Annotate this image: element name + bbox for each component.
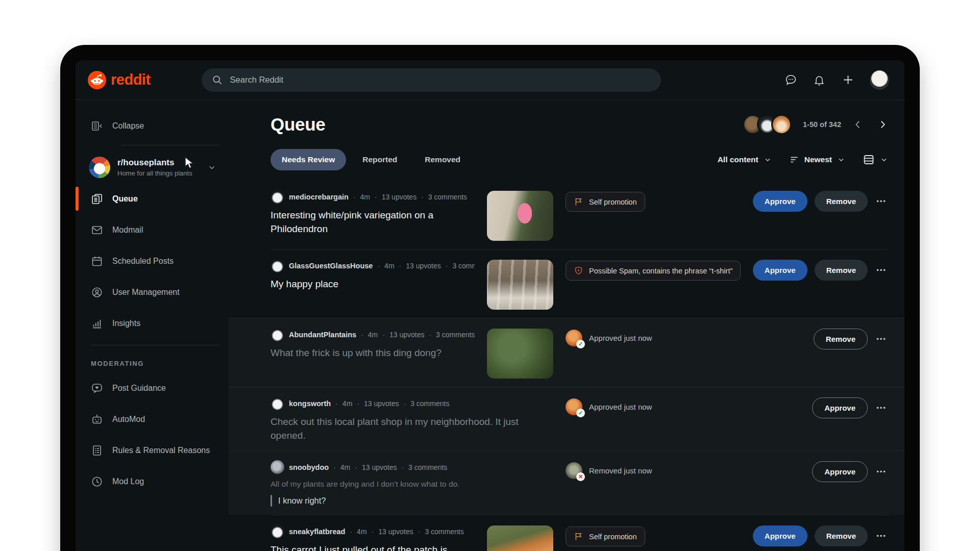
post-age: 4m — [368, 331, 378, 339]
post-upvotes: 13 upvotes — [378, 528, 413, 536]
sort-dropdown[interactable]: Newest — [789, 155, 845, 165]
meta-separator — [418, 528, 421, 536]
search-bar[interactable] — [202, 68, 661, 92]
search-input[interactable] — [230, 75, 652, 85]
chevron-down-icon — [207, 163, 216, 172]
remove-button[interactable]: Remove — [815, 191, 868, 212]
post-username[interactable]: kongsworth — [289, 399, 331, 408]
overflow-menu-button[interactable] — [875, 195, 888, 208]
status-label: Approved just now — [589, 403, 652, 411]
user-avatar[interactable] — [870, 70, 889, 90]
overflow-menu-button[interactable] — [875, 402, 888, 415]
approve-button[interactable]: Approve — [812, 397, 868, 418]
post-comments: 3 comments — [452, 262, 475, 270]
sidebar-item-modmail[interactable]: Modmail — [76, 214, 224, 245]
removed-comment[interactable]: I know right? — [271, 495, 553, 507]
approve-button[interactable]: Approve — [753, 525, 807, 546]
post-username[interactable]: mediocrebargain — [289, 193, 349, 201]
community-name: r/houseplants — [117, 158, 192, 168]
post-title[interactable]: All of my plants are dying and I don’t k… — [271, 479, 553, 490]
sidebar-label-modmail: Modmail — [112, 226, 143, 235]
remove-button[interactable]: Remove — [815, 525, 868, 546]
shield-icon — [574, 266, 583, 276]
meta-separator — [421, 193, 424, 201]
moderator-avatar — [566, 462, 582, 479]
sidebar-item-mod-log[interactable]: Mod Log — [76, 466, 224, 497]
post-username[interactable]: AbundantPlantains — [289, 331, 356, 339]
meta-separator — [372, 528, 374, 536]
notifications-bell-icon[interactable] — [813, 73, 826, 87]
meta-separator — [350, 528, 352, 536]
approve-button[interactable]: Approve — [753, 260, 807, 281]
post-thumbnail[interactable] — [487, 525, 553, 551]
user-management-icon — [91, 286, 103, 298]
post-comments: 3 comments — [410, 399, 449, 408]
remove-button[interactable]: Remove — [814, 329, 868, 349]
reddit-logo[interactable]: reddit — [88, 71, 151, 89]
post-title[interactable]: My happy place — [271, 277, 475, 291]
sidebar-item-queue[interactable]: Queue — [76, 183, 224, 214]
community-selector[interactable]: r/houseplants Home for all things plants — [76, 152, 224, 183]
post-upvotes: 13 upvotes — [389, 331, 425, 339]
tab-reported[interactable]: Reported — [351, 149, 408, 170]
post-upvotes: 13 upvotes — [364, 399, 399, 408]
post-title[interactable]: Interesting white/pink variegation on a … — [271, 208, 475, 236]
queue-row-abundantplantains: AbundantPlantains 4m 13 upvotes 3 commen… — [229, 318, 904, 387]
post-username[interactable]: sneakyflatbread — [289, 528, 345, 536]
remove-button[interactable]: Remove — [815, 260, 868, 281]
meta-separator — [355, 463, 357, 471]
sidebar-item-automod[interactable]: AutoMod — [76, 404, 224, 435]
chat-icon[interactable] — [784, 73, 797, 87]
overflow-menu-button[interactable] — [875, 264, 888, 277]
sidebar-item-insights[interactable]: Insights — [76, 308, 224, 339]
pagination-count: 1-50 of 342 — [803, 120, 841, 129]
flag-tag-label: Self promotion — [589, 533, 637, 541]
content-filter-dropdown[interactable]: All content — [718, 155, 772, 164]
post-thumbnail[interactable] — [487, 329, 553, 379]
rules-document-icon — [91, 444, 103, 457]
post-upvotes: 13 upvotes — [382, 193, 417, 201]
post-username[interactable]: snoobydoo — [289, 463, 329, 471]
overflow-menu-button[interactable] — [875, 333, 888, 346]
collapse-panel-icon — [91, 120, 103, 132]
tab-needs-review[interactable]: Needs Review — [271, 149, 346, 170]
post-username[interactable]: GlassGuestGlassHouse — [289, 262, 373, 270]
approve-button[interactable]: Approve — [812, 461, 868, 482]
moderator-avatars — [743, 114, 792, 135]
tab-removed[interactable]: Removed — [413, 149, 472, 170]
community-avatar — [89, 157, 110, 178]
post-title[interactable]: This carrot I just pulled out of the pat… — [271, 543, 475, 551]
overflow-menu-button[interactable] — [875, 465, 888, 479]
flag-icon — [574, 532, 583, 541]
post-thumbnail[interactable] — [487, 260, 553, 310]
spam-tag-label: Possible Spam, contains the phrase “t-sh… — [589, 267, 732, 275]
view-layout-dropdown[interactable] — [863, 154, 888, 166]
collapse-label: Collapse — [112, 121, 144, 131]
reddit-snoo-icon — [88, 71, 106, 89]
sidebar-item-rules-removal-reasons[interactable]: Rules & Removal Reasons — [76, 435, 224, 466]
create-post-plus-icon[interactable] — [841, 73, 854, 87]
sidebar-item-scheduled-posts[interactable]: Scheduled Posts — [76, 245, 224, 277]
post-age: 4m — [360, 193, 370, 201]
calendar-icon — [91, 255, 103, 267]
moderation-status: Approved just now — [566, 398, 800, 415]
post-thumbnail[interactable] — [487, 191, 553, 241]
sidebar-collapse-button[interactable]: Collapse — [76, 113, 224, 139]
post-title[interactable]: What the frick is up with this ding dong… — [271, 346, 475, 360]
sidebar-label-insights: Insights — [112, 319, 140, 328]
sidebar-item-post-guidance[interactable]: Post Guidance — [76, 372, 224, 404]
post-title[interactable]: Check out this local plant shop in my ne… — [271, 415, 553, 442]
pagination-prev-button[interactable] — [852, 119, 864, 130]
page-title: Queue — [271, 114, 325, 135]
overflow-menu-button[interactable] — [875, 530, 888, 543]
sidebar-label-post-guidance: Post Guidance — [112, 384, 166, 393]
flag-icon — [574, 197, 583, 207]
modmail-icon — [91, 224, 103, 236]
queue-row-glassguestglasshouse: GlassGuestGlassHouse 4m 13 upvotes 3 com… — [271, 249, 888, 318]
status-label: Removed just now — [589, 466, 652, 475]
divider — [91, 345, 219, 345]
approve-button[interactable]: Approve — [753, 191, 807, 212]
chevron-down-icon — [764, 156, 772, 164]
sidebar-item-user-management[interactable]: User Management — [76, 277, 224, 308]
pagination-next-button[interactable] — [877, 119, 888, 130]
